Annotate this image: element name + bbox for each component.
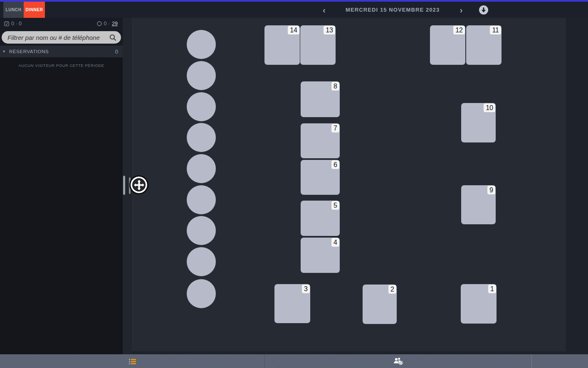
table-number-badge: 10: [484, 103, 495, 112]
guest-circle-icon: [97, 21, 102, 26]
table-21[interactable]: 21: [187, 216, 216, 245]
table-18[interactable]: 18: [187, 123, 216, 152]
reservations-section-label: RÉSERVATIONS: [9, 49, 115, 54]
table-12[interactable]: 12: [430, 25, 465, 65]
table-5[interactable]: 5: [301, 201, 340, 236]
table-number-badge: 14: [288, 26, 299, 34]
service-tabs: LUNCH DINNER: [3, 2, 45, 18]
table-1[interactable]: 1: [461, 284, 497, 324]
reservation-counter-value: 0 · 0: [11, 21, 22, 27]
reservations-section-header[interactable]: ▼ RÉSERVATIONS 0: [0, 46, 123, 57]
table-6[interactable]: 6: [301, 160, 340, 195]
table-number-badge: 3: [302, 285, 310, 293]
table-number-badge: 17: [204, 93, 216, 101]
table-number-badge: 23: [204, 280, 216, 288]
bottom-toolbar: [0, 354, 588, 368]
table-11[interactable]: 11: [466, 25, 502, 65]
table-7[interactable]: 7: [301, 123, 340, 158]
table-number-badge: 18: [204, 123, 216, 132]
bottom-toolbar-spacer: [532, 354, 588, 368]
table-14[interactable]: 14: [264, 25, 300, 65]
guests-settings-button[interactable]: [265, 354, 532, 368]
top-navigation-bar: LUNCH DINNER ‹ MERCREDI 15 NOVEMBRE 2023…: [0, 2, 588, 18]
counters-row: 0 · 0 0 · 29: [0, 18, 123, 29]
tab-dinner[interactable]: DINNER: [24, 2, 45, 18]
table-number-badge: 13: [324, 26, 335, 34]
reservations-sidebar: 0 · 0 0 · 29 ▼ RÉSERVATIONS 0: [0, 18, 123, 354]
table-22[interactable]: 22: [187, 247, 216, 276]
floor-plan-canvas[interactable]: 1234567891011121314151617181920212223: [132, 18, 566, 351]
table-number-badge: 20: [204, 186, 216, 194]
table-number-badge: 4: [331, 238, 339, 247]
list-view-icon: [129, 358, 136, 364]
sidebar-scrollbar-thumb[interactable]: [123, 176, 125, 195]
panel-divider: [123, 18, 132, 354]
guest-counter: 0 · 29: [97, 21, 118, 27]
next-day-button[interactable]: ›: [457, 6, 465, 14]
table-16[interactable]: 16: [187, 61, 216, 90]
table-number-badge: 19: [204, 155, 216, 163]
table-3[interactable]: 3: [274, 284, 310, 323]
chevron-down-icon: ▼: [2, 49, 6, 54]
tab-lunch[interactable]: LUNCH: [3, 2, 24, 18]
date-navigator: ‹ MERCREDI 15 NOVEMBRE 2023 ›: [320, 2, 488, 18]
table-number-badge: 16: [204, 61, 216, 70]
reservations-count: 0: [115, 49, 118, 55]
table-number-badge: 8: [331, 82, 339, 91]
table-15[interactable]: 15: [187, 30, 216, 59]
table-number-badge: 7: [331, 124, 339, 132]
download-icon[interactable]: [479, 5, 488, 15]
current-date-label: MERCREDI 15 NOVEMBRE 2023: [340, 7, 446, 13]
guests-settings-icon: [393, 357, 404, 366]
guest-counter-value: 0 ·: [104, 21, 110, 27]
empty-state-message: AUCUN VISITEUR POUR CETTE PÉRIODE: [0, 63, 123, 68]
table-number-badge: 6: [331, 160, 339, 169]
table-4[interactable]: 4: [301, 238, 340, 273]
table-8[interactable]: 8: [301, 81, 340, 117]
table-number-badge: 2: [388, 285, 396, 294]
table-23[interactable]: 23: [187, 279, 216, 308]
table-number-badge: 5: [331, 201, 339, 210]
table-number-badge: 12: [453, 26, 465, 34]
app-window: LUNCH DINNER ‹ MERCREDI 15 NOVEMBRE 2023…: [0, 0, 588, 368]
table-number-badge: 15: [204, 30, 216, 39]
prev-day-button[interactable]: ‹: [320, 6, 328, 14]
table-19[interactable]: 19: [187, 154, 216, 183]
table-9[interactable]: 9: [461, 185, 496, 224]
search-field: [2, 31, 121, 44]
table-2[interactable]: 2: [363, 285, 397, 324]
table-17[interactable]: 17: [187, 92, 216, 121]
reservation-counter: 0 · 0: [4, 21, 22, 27]
table-number-badge: 22: [204, 248, 216, 256]
table-number-badge: 11: [490, 26, 501, 34]
search-input[interactable]: [7, 34, 109, 41]
table-number-badge: 9: [487, 186, 495, 194]
search-icon[interactable]: [109, 34, 116, 41]
canvas-right-gutter: [566, 18, 588, 354]
table-number-badge: 21: [204, 216, 216, 225]
list-view-button[interactable]: [0, 354, 265, 368]
calendar-check-icon: [4, 21, 9, 26]
canvas-scrollbar-thumb[interactable]: [129, 177, 131, 194]
table-number-badge: 1: [488, 285, 496, 293]
guest-capacity-link[interactable]: 29: [112, 21, 118, 27]
table-10[interactable]: 10: [461, 103, 496, 142]
table-13[interactable]: 13: [300, 25, 336, 65]
table-20[interactable]: 20: [187, 185, 216, 214]
